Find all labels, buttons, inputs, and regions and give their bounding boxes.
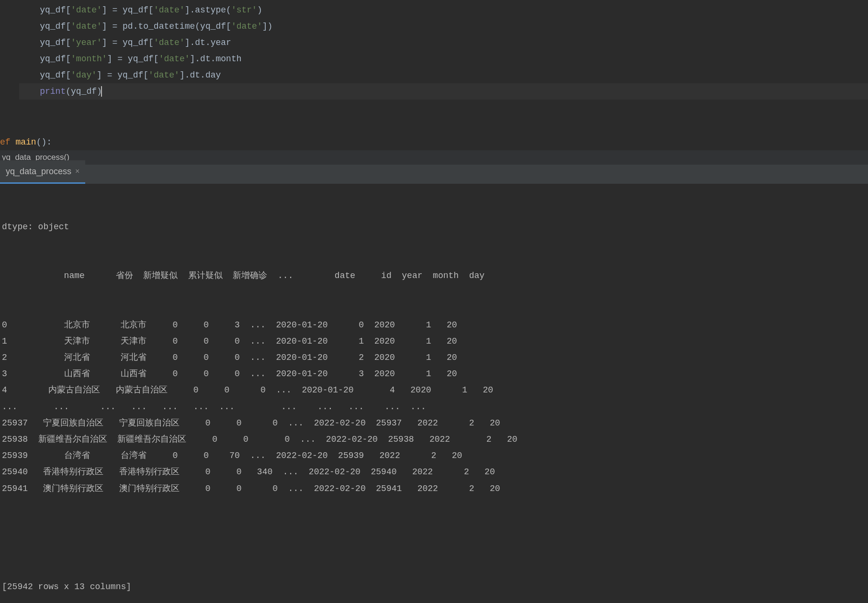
console-data-row: ... ... ... ... ... ... ... ... ... ... …: [0, 399, 868, 415]
code-line[interactable]: [19, 116, 868, 132]
code-editor-def-line[interactable]: ef main():: [0, 132, 868, 150]
console-data-row: 25940 香港特别行政区 香港特别行政区 0 0 340 ... 2022-0…: [0, 464, 868, 480]
console-footer: [25942 rows x 13 columns]: [0, 579, 868, 595]
code-line[interactable]: yq_df['month'] = yq_df['date'].dt.month: [19, 51, 868, 67]
console-data-row: 4 内蒙古自治区 内蒙古自治区 0 0 0 ... 2020-01-20 4 2…: [0, 382, 868, 398]
console-data-row: 25939 台湾省 台湾省 0 0 70 ... 2022-02-20 2593…: [0, 447, 868, 464]
run-tab-yq-data-process[interactable]: yq_data_process ×: [0, 160, 85, 184]
console-dtype-line: dtype: object: [0, 219, 868, 235]
console-blank: [0, 529, 868, 546]
code-line[interactable]: yq_df['date'] = pd.to_datetime(yq_df['da…: [19, 18, 868, 34]
console-data-row: 0 北京市 北京市 0 0 3 ... 2020-01-20 0 2020 1 …: [0, 317, 868, 333]
console-data-row: 25937 宁夏回族自治区 宁夏回族自治区 0 0 0 ... 2022-02-…: [0, 415, 868, 431]
run-tab-bar: yq_data_process ×: [0, 165, 868, 184]
breadcrumb-bar: yq_data_process(): [0, 150, 868, 165]
code-editor[interactable]: yq_df['date'] = yq_df['date'].astype('st…: [0, 0, 868, 132]
console-header-row: name 省份 新增疑似 累计疑似 新增确诊 ... date id year …: [0, 268, 868, 284]
code-line[interactable]: yq_df['date'] = yq_df['date'].astype('st…: [19, 2, 868, 18]
editor-cursor: [101, 86, 102, 97]
console-data-row: 25938 新疆维吾尔自治区 新疆维吾尔自治区 0 0 0 ... 2022-0…: [0, 431, 868, 447]
close-icon[interactable]: ×: [75, 164, 79, 179]
console-data-row: 2 河北省 河北省 0 0 0 ... 2020-01-20 2 2020 1 …: [0, 349, 868, 366]
console-data-row: 3 山西省 山西省 0 0 0 ... 2020-01-20 3 2020 1 …: [0, 366, 868, 382]
console-data-row: 25941 澳门特别行政区 澳门特别行政区 0 0 0 ... 2022-02-…: [0, 480, 868, 497]
code-line[interactable]: yq_df['year'] = yq_df['date'].dt.year: [19, 34, 868, 51]
code-line[interactable]: yq_df['day'] = yq_df['date'].dt.day: [19, 67, 868, 83]
console-data-row: 1 天津市 天津市 0 0 0 ... 2020-01-20 1 2020 1 …: [0, 333, 868, 349]
code-line[interactable]: print(yq_df): [19, 83, 868, 100]
console-output[interactable]: dtype: object name 省份 新增疑似 累计疑似 新增确诊 ...…: [0, 184, 868, 603]
code-line[interactable]: ef main():: [0, 134, 868, 150]
code-line[interactable]: [19, 100, 868, 116]
run-tab-label: yq_data_process: [6, 163, 71, 179]
